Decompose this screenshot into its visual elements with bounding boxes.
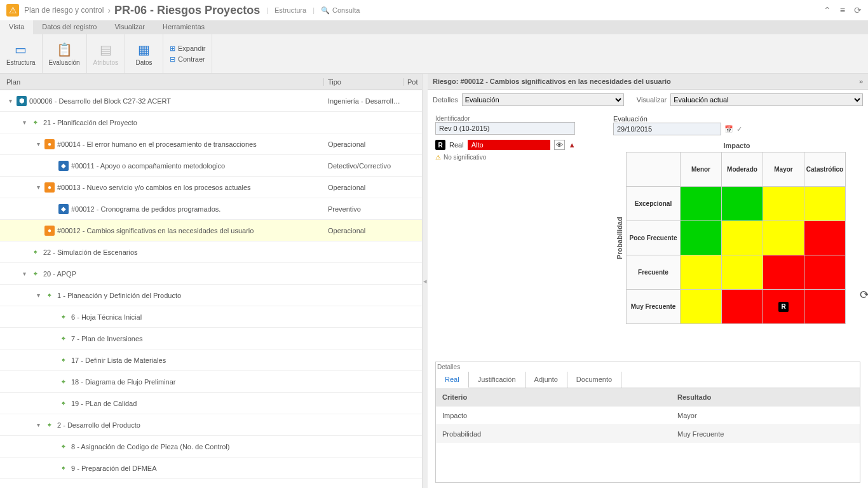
- tab-herramientas[interactable]: Herramientas: [154, 20, 214, 34]
- matrix-cell[interactable]: [722, 187, 763, 221]
- tree-label: 22 - Simulación de Escenarios: [43, 248, 138, 256]
- tree-label: #00011 - Apoyo o acompañamiento metodolo…: [71, 162, 225, 170]
- matrix-x-title: Impacto: [613, 142, 860, 149]
- expander-icon[interactable]: ▾: [34, 292, 42, 299]
- matrix-cell[interactable]: R: [763, 290, 804, 324]
- matrix-cell[interactable]: [804, 187, 846, 221]
- ribbon-datos[interactable]: ▦ Datos: [125, 34, 163, 73]
- criteria-row: ImpactoMayor: [436, 406, 860, 424]
- matrix-cell[interactable]: [722, 221, 763, 255]
- search-icon: 🔍: [321, 6, 330, 15]
- warning-small-icon: ⚠: [435, 154, 441, 161]
- matrix-cell[interactable]: [804, 290, 846, 324]
- tree-row[interactable]: ⌖7 - Plan de Inversiones: [0, 328, 422, 349]
- col-header-plan[interactable]: Plan: [0, 78, 324, 86]
- lbl-detalles: Detalles: [433, 96, 458, 104]
- tab-documento[interactable]: Documento: [567, 372, 621, 388]
- tree-label: #00012 - Cambios significativos en las n…: [57, 227, 254, 234]
- tree-row[interactable]: ⌖19 - PLan de Calidad: [0, 393, 422, 414]
- badge-r-icon: R: [435, 140, 445, 150]
- val-evaluacion[interactable]: 29/10/2015: [613, 123, 721, 135]
- expander-icon[interactable]: ▾: [34, 140, 42, 147]
- matrix-cell[interactable]: [763, 221, 804, 255]
- link-consulta[interactable]: Consulta: [332, 6, 360, 14]
- matrix-cell[interactable]: [681, 221, 722, 255]
- expander-icon[interactable]: ▾: [34, 421, 42, 428]
- tab-vista[interactable]: Vista: [0, 20, 33, 34]
- tab-real[interactable]: Real: [436, 372, 469, 388]
- data-icon: ▦: [138, 41, 150, 58]
- matrix-cell[interactable]: [681, 290, 722, 324]
- tree-row[interactable]: ⌖17 - Definir Lista de Materiales: [0, 349, 422, 371]
- matrix-cell[interactable]: [763, 187, 804, 221]
- tree-row[interactable]: ▾⬢000006 - Desarrollo del Block C27-32 A…: [0, 90, 422, 112]
- tree-row[interactable]: ⌖9 - Preparación del DFMEA: [0, 458, 422, 479]
- criteria-row: ProbabilidadMuy Frecuente: [436, 424, 860, 443]
- tree-label: 8 - Asignación de Codigo de Pieza (No. d…: [71, 443, 229, 451]
- expander-icon[interactable]: ▾: [6, 97, 14, 104]
- matrix-cell[interactable]: [763, 255, 804, 290]
- tree-label: 9 - Preparación del DFMEA: [71, 464, 157, 472]
- calendar-icon[interactable]: 📅: [724, 125, 733, 133]
- tree-row[interactable]: ▾⌖1 - Planeación y Definición del Produc…: [0, 285, 422, 306]
- tab-justificacion[interactable]: Justificación: [469, 372, 526, 388]
- val-identificador[interactable]: Rev 0 (10-2015): [435, 122, 575, 135]
- matrix-cell[interactable]: [804, 221, 846, 255]
- expand-detail-icon[interactable]: »: [859, 78, 863, 85]
- tree-row[interactable]: ⌖6 - Hoja Técnica Inicial: [0, 306, 422, 328]
- tree-label: 2 - Desarrollo del Producto: [57, 421, 140, 429]
- expand-icon: ⊞: [170, 44, 175, 53]
- tree-row[interactable]: ●#00012 - Cambios significativos en las …: [0, 220, 422, 241]
- select-visualizar[interactable]: Evaluación actual: [670, 93, 863, 106]
- tree-row[interactable]: ◆#00011 - Apoyo o acompañamiento metodol…: [0, 155, 422, 177]
- tab-datos[interactable]: Datos del registro: [33, 20, 105, 34]
- ribbon-estructura[interactable]: ▭ Estructura: [0, 34, 43, 73]
- struct-icon: ⌖: [44, 290, 55, 301]
- tree-row[interactable]: ▾⌖21 - Planificación del Proyecto: [0, 112, 422, 133]
- link-estructura[interactable]: Estructura: [275, 6, 306, 14]
- matrix-cell[interactable]: [681, 255, 722, 290]
- col-criterio: Criterio: [436, 388, 671, 406]
- ribbon-expandir[interactable]: ⊞Expandir: [170, 44, 205, 53]
- tree-row[interactable]: ⌖18 - Diagrama de Flujo Preliminar: [0, 371, 422, 393]
- page-header: Plan de riesgo y control › PR-06 - Riesg…: [0, 0, 868, 20]
- refresh-side-icon[interactable]: ⟳: [860, 288, 868, 302]
- tree-row[interactable]: ▾●#00013 - Nuevo servicio y/o cambios en…: [0, 177, 422, 198]
- matrix-cell[interactable]: [722, 255, 763, 290]
- check-icon[interactable]: ✓: [736, 125, 742, 133]
- matrix-cell[interactable]: [681, 187, 722, 221]
- list-icon[interactable]: ≡: [840, 5, 845, 15]
- matrix-cell[interactable]: [722, 290, 763, 324]
- expander-icon[interactable]: ▾: [20, 270, 28, 277]
- splitter[interactable]: ◂: [423, 74, 428, 488]
- ribbon-contraer[interactable]: ⊟Contraer: [170, 55, 205, 64]
- ribbon: ▭ Estructura 📋 Evaluación ▤ Atributos ▦ …: [0, 34, 868, 74]
- struct-icon: ⌖: [58, 312, 69, 322]
- tree-row[interactable]: ▾⌖20 - APQP: [0, 263, 422, 285]
- tab-visualizar[interactable]: Visualizar: [105, 20, 154, 34]
- tree-tipo: Preventivo: [324, 205, 403, 213]
- struct-icon: ⌖: [58, 398, 69, 409]
- binoculars-icon[interactable]: 👁: [554, 140, 565, 150]
- ribbon-atributos: ▤ Atributos: [87, 34, 125, 73]
- tree-row[interactable]: ▾⌖2 - Desarrollo del Producto: [0, 414, 422, 436]
- col-header-pot[interactable]: Pot: [403, 78, 422, 86]
- refresh-icon[interactable]: ⟳: [854, 5, 862, 15]
- tree-tipo: Ingeniería - Desarrollo ...: [324, 97, 403, 105]
- tree-row[interactable]: ⌖22 - Simulación de Escenarios: [0, 241, 422, 263]
- ribbon-evaluacion[interactable]: 📋 Evaluación: [43, 34, 87, 73]
- select-detalles[interactable]: Evaluación: [462, 93, 624, 106]
- tree-row[interactable]: ◆#00012 - Cronograma de pedidos programa…: [0, 198, 422, 220]
- expander-icon[interactable]: ▾: [34, 184, 42, 191]
- tree-label: 20 - APQP: [43, 270, 76, 278]
- collapse-up-icon[interactable]: ⌃: [824, 5, 831, 15]
- plan-tree[interactable]: ▾⬢000006 - Desarrollo del Block C27-32 A…: [0, 90, 422, 488]
- tree-row[interactable]: ▾●#00014 - El error humano en el procesa…: [0, 133, 422, 155]
- hex-icon: ⬢: [17, 96, 27, 106]
- col-header-tipo[interactable]: Tipo: [324, 78, 403, 86]
- tree-row[interactable]: ⌖8 - Asignación de Codigo de Pieza (No. …: [0, 436, 422, 458]
- matrix-cell[interactable]: [804, 255, 846, 290]
- expander-icon[interactable]: ▾: [20, 119, 28, 126]
- tab-adjunto[interactable]: Adjunto: [526, 372, 567, 388]
- breadcrumb-root[interactable]: Plan de riesgo y control: [24, 6, 104, 15]
